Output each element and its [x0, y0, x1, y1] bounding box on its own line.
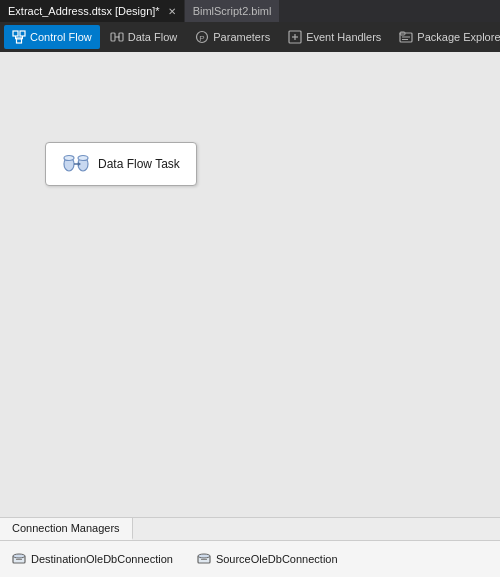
data-flow-task-node[interactable]: Data Flow Task [45, 142, 197, 186]
svg-text:P: P [200, 34, 205, 43]
svg-rect-7 [111, 33, 115, 41]
dest-connection-label: DestinationOleDbConnection [31, 553, 173, 565]
toolbar-btn-package-explorer[interactable]: Package Explorer [391, 25, 500, 49]
tab-design[interactable]: Extract_Address.dtsx [Design]* ✕ [0, 0, 185, 22]
bottom-panel-tabs: Connection Managers [0, 518, 500, 541]
design-canvas: Data Flow Task [0, 52, 500, 517]
bottom-panel: Connection Managers DestinationOleDbConn… [0, 517, 500, 577]
connection-item-dest[interactable]: DestinationOleDbConnection [12, 552, 173, 566]
control-flow-icon [12, 30, 26, 44]
data-flow-icon [110, 30, 124, 44]
tab-biml-label: BimlScript2.biml [193, 5, 272, 17]
dest-connection-icon [12, 552, 26, 566]
data-flow-task-icon [62, 153, 90, 175]
tab-biml[interactable]: BimlScript2.biml [185, 0, 281, 22]
toolbar-btn-control-flow[interactable]: Control Flow [4, 25, 100, 49]
tab-connection-managers[interactable]: Connection Managers [0, 518, 133, 540]
toolbar-btn-data-flow[interactable]: Data Flow [102, 25, 186, 49]
parameters-icon: P [195, 30, 209, 44]
tab-design-label: Extract_Address.dtsx [Design]* [8, 5, 160, 17]
tab-bar: Extract_Address.dtsx [Design]* ✕ BimlScr… [0, 0, 500, 22]
src-connection-icon [197, 552, 211, 566]
src-connection-label: SourceOleDbConnection [216, 553, 338, 565]
connection-managers-row: DestinationOleDbConnection SourceOleDbCo… [0, 541, 500, 577]
tab-connection-managers-label: Connection Managers [12, 522, 120, 534]
svg-point-27 [13, 554, 25, 558]
toolbar-parameters-label: Parameters [213, 31, 270, 43]
toolbar-package-explorer-label: Package Explorer [417, 31, 500, 43]
toolbar-control-flow-label: Control Flow [30, 31, 92, 43]
connection-item-src[interactable]: SourceOleDbConnection [197, 552, 338, 566]
svg-point-21 [64, 156, 74, 161]
toolbar-btn-event-handlers[interactable]: Event Handlers [280, 25, 389, 49]
svg-rect-0 [13, 31, 18, 36]
svg-point-23 [78, 156, 88, 161]
data-flow-task-label: Data Flow Task [98, 157, 180, 171]
toolbar-event-handlers-label: Event Handlers [306, 31, 381, 43]
toolbar: Control Flow Data Flow P Parameters [0, 22, 500, 52]
toolbar-btn-parameters[interactable]: P Parameters [187, 25, 278, 49]
tab-design-close[interactable]: ✕ [168, 6, 176, 17]
event-handlers-icon [288, 30, 302, 44]
package-explorer-icon [399, 30, 413, 44]
svg-point-30 [198, 554, 210, 558]
toolbar-data-flow-label: Data Flow [128, 31, 178, 43]
svg-rect-1 [20, 31, 25, 36]
